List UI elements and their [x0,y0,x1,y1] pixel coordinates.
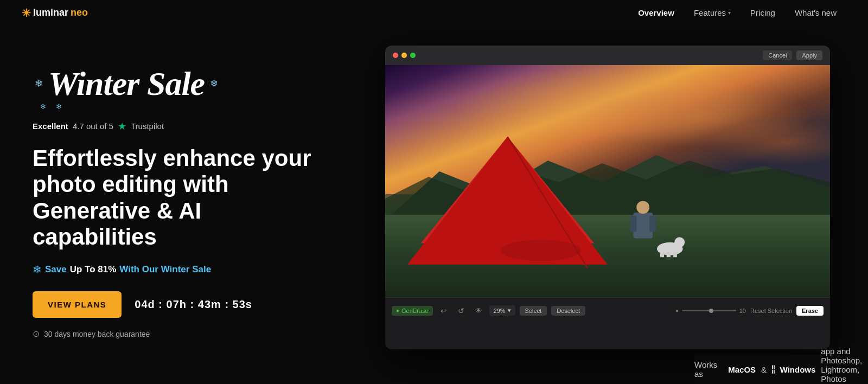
guarantee-text: 30 days money back guarantee [44,330,150,338]
svg-rect-15 [673,252,677,258]
macos-text: MacOS [728,365,756,374]
view-plans-button[interactable]: VIEW PLANS [33,291,122,318]
hero-headline: Effortlessly enhance your photo editing … [33,145,326,250]
logo-luminar-text: luminar [33,7,68,18]
logo-star-icon: ✳ [22,7,31,20]
snowflake-icon-4: ❄ [56,103,62,111]
eye-btn[interactable]: 👁 [472,304,485,317]
trustpilot-label: Trustpilot [131,121,164,131]
traffic-light-green [410,53,416,58]
app-window: Cancel Apply [385,46,830,349]
photo-tent [407,130,608,272]
nav-overview[interactable]: Overview [628,8,684,17]
svg-rect-9 [630,215,637,232]
nav-pricing[interactable]: Pricing [741,8,785,17]
trustpilot-excellent: Excellent [33,121,68,131]
nav-features[interactable]: Features ▾ [684,8,741,17]
traffic-light-yellow [401,53,407,58]
sale-badge: ❄ Save Up To 81% With Our Winter Sale [33,263,326,276]
app-canvas: ● GenErase ↩ ↺ 👁 29% ▾ Select Deselect [385,65,830,323]
cta-row: VIEW PLANS 04d : 07h : 43m : 53s [33,291,326,318]
logo[interactable]: ✳ luminar neo [22,7,88,20]
trustpilot-star-icon: ★ [118,120,126,132]
hero-right: Cancel Apply [347,0,868,384]
svg-point-8 [637,201,650,214]
winter-sale-heading: ❄ Winter Sale ❄ ❄ ❄ [33,67,326,111]
trustpilot-row: Excellent 4.7 out of 5 ★ Trustpilot [33,120,326,132]
zoom-control[interactable]: 29% ▾ [489,305,515,316]
genearse-dot: ● [396,308,399,313]
svg-point-12 [674,238,685,248]
guarantee-row: ⊙ 30 days money back guarantee [33,329,326,339]
works-separator: & [761,365,767,374]
svg-rect-14 [667,252,671,258]
works-as-suffix: app and Photoshop, Lightroom, Photos plu… [821,347,868,385]
works-as-bar: Works as MacOS & Windows app and Photosh… [694,355,868,384]
shield-icon: ⊙ [33,329,40,339]
sale-link[interactable]: With Our Winter Sale [119,264,211,275]
brush-size-slider[interactable]: ● 10 [590,308,746,314]
select-btn[interactable]: Select [520,306,547,316]
countdown-timer: 04d : 07h : 43m : 53s [135,298,252,311]
hero-left: ❄ Winter Sale ❄ ❄ ❄ Excellent 4.7 out of… [0,0,347,384]
cancel-btn[interactable]: Cancel [763,50,792,60]
erase-btn[interactable]: Erase [796,306,824,316]
app-titlebar-buttons: Cancel Apply [763,50,822,60]
trustpilot-rating: 4.7 out of 5 [73,121,113,131]
zoom-chevron-icon: ▾ [508,307,511,314]
logo-neo-text: neo [71,7,88,18]
snowflake-sale-icon: ❄ [33,263,42,276]
nav-links: Overview Features ▾ Pricing What's new [628,8,846,17]
slider-track[interactable] [682,310,736,311]
reset-selection-btn[interactable]: Reset Selection [750,308,792,314]
apply-btn[interactable]: Apply [796,50,822,60]
windows-icon [772,365,775,374]
hero-right-inner: Cancel Apply [347,0,868,384]
works-as-prefix: Works as [694,360,717,379]
app-titlebar: Cancel Apply [385,46,830,65]
slider-thumb[interactable] [709,309,713,313]
svg-rect-10 [649,215,656,232]
photo-dog [652,233,688,259]
photo-background [385,65,830,323]
slider-dot: ● [675,308,678,313]
toolbar-label-text: GenErase [401,308,429,314]
redo-btn[interactable]: ↺ [455,304,468,317]
traffic-light-red [393,53,398,58]
svg-point-6 [501,240,581,261]
toolbar-label: ● GenErase [392,306,433,316]
windows-text: Windows [780,365,816,374]
snowflake-icon-3: ❄ [40,103,46,111]
slider-value: 10 [739,308,746,314]
winter-sale-title: Winter Sale [48,67,205,100]
hero-section: ❄ Winter Sale ❄ ❄ ❄ Excellent 4.7 out of… [0,0,868,384]
nav-whats-new[interactable]: What's new [785,8,846,17]
zoom-value: 29% [494,308,506,314]
undo-btn[interactable]: ↩ [437,304,450,317]
svg-rect-13 [660,252,664,258]
chevron-down-icon: ▾ [728,10,731,16]
sale-percent: Up To 81% [70,264,117,275]
app-toolbar: ● GenErase ↩ ↺ 👁 29% ▾ Select Deselect [385,297,830,323]
snowflake-icon-2: ❄ [210,78,218,89]
snowflake-icon-1: ❄ [35,78,43,89]
deselect-btn[interactable]: Deselect [551,306,585,316]
sale-save: Save [45,264,67,275]
